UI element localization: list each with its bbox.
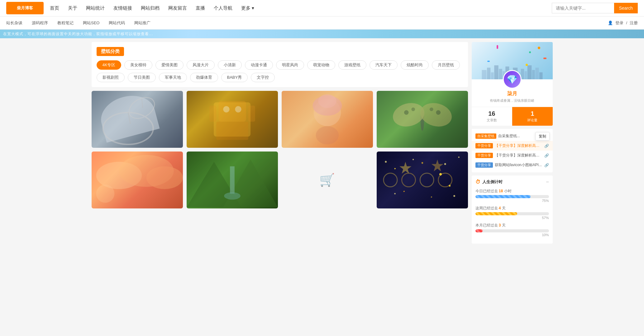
countdown-week-percent: 57% <box>475 216 549 220</box>
cat-tag-baby[interactable]: BABY秀 <box>221 73 248 82</box>
cat-tag-beauty[interactable]: 美女模特 <box>124 60 152 70</box>
link-icon-4: 🔗 <box>544 163 549 167</box>
robot-svg <box>187 91 278 148</box>
user-icon: 👤 <box>608 21 613 25</box>
countdown-header: ⏱ 人生倒计时 − <box>475 179 549 185</box>
article-title-2: 【干货分享】深度解析高防... <box>495 143 542 148</box>
nav-live[interactable]: 直播 <box>196 5 205 11</box>
article-item-1[interactable]: 自采集壁纸 自采集壁纸... 🔗 复制 <box>472 131 553 141</box>
cat-tag-text[interactable]: 文字控 <box>251 73 275 82</box>
confetti-5 <box>497 45 498 49</box>
grid-item-girl[interactable] <box>282 91 373 148</box>
cat-tag-fresh[interactable]: 小清新 <box>218 60 242 70</box>
countdown-week-label: 这周已经过去 4 天 <box>475 206 549 211</box>
cat-tag-game[interactable]: 游戏壁纸 <box>338 60 366 70</box>
login-register-area: 👤 登录 / 注册 <box>608 20 638 26</box>
grid-item-empty[interactable]: 🛒 <box>282 152 373 208</box>
countdown-month-label: 本月已经过去 3 天 <box>475 223 549 228</box>
article-item-2[interactable]: 干货分享 【干货分享】深度解析高防... 🔗 <box>472 141 553 151</box>
second-nav-webmaster[interactable]: 站长杂谈 <box>6 20 22 26</box>
nav-about[interactable]: 关于 <box>68 5 77 11</box>
article-item-4[interactable]: 干货分享 获取网站favicon小图标API... 🔗 <box>472 160 553 170</box>
category-tags: 4K专区 美女模特 爱情美图 风漫大片 小清新 动漫卡通 明星风尚 萌宠动物 游… <box>97 60 463 82</box>
grid-item-butterfly[interactable] <box>377 91 468 148</box>
countdown-month-bar-bg <box>475 229 549 232</box>
second-nav-source[interactable]: 源码程序 <box>32 20 48 26</box>
countdown-row-day: 今日已经过去 18 小时 75% <box>475 189 549 203</box>
site-logo[interactable]: 柴月博客 <box>6 2 44 14</box>
nav-stats[interactable]: 网站统计 <box>86 5 105 11</box>
countdown-icon: ⏱ <box>475 179 480 185</box>
cat-tag-pet[interactable]: 萌宠动物 <box>307 60 335 70</box>
countdown-minus-icon[interactable]: − <box>546 179 549 185</box>
cat-tag-sport[interactable]: 劲爆体育 <box>190 73 218 82</box>
satellite-svg <box>92 91 183 148</box>
countdown-widget: ⏱ 人生倒计时 − 今日已经过去 18 小时 75% 这周已经过去 4 天 <box>472 175 553 244</box>
cat-tag-military[interactable]: 军事天地 <box>159 73 187 82</box>
search-input[interactable] <box>552 3 614 13</box>
cat-tag-film[interactable]: 影视剧照 <box>97 73 125 82</box>
grid-item-robot[interactable] <box>187 91 278 148</box>
svg-rect-4 <box>218 101 246 122</box>
article-title-4: 获取网站favicon小图标API... <box>495 162 542 168</box>
nav-more[interactable]: 更多 ▾ <box>241 5 254 11</box>
svg-point-38 <box>453 195 455 197</box>
countdown-week-bar-bg <box>475 212 549 215</box>
cat-tag-love[interactable]: 爱情美图 <box>155 60 184 70</box>
cat-tag-star[interactable]: 明星风尚 <box>276 60 304 70</box>
cat-tag-fashion[interactable]: 炫酷时尚 <box>401 60 429 70</box>
svg-point-32 <box>438 173 452 187</box>
cat-tag-4k[interactable]: 4K专区 <box>97 60 122 70</box>
svg-point-17 <box>404 110 408 115</box>
grid-item-satellite[interactable] <box>92 91 183 148</box>
grid-item-waterfall[interactable] <box>187 152 278 208</box>
copy-tooltip: 复制 <box>535 132 550 140</box>
article-item-3[interactable]: 干货分享 【干货分享】深度解析高防... 🔗 <box>472 151 553 160</box>
cat-tag-calendar[interactable]: 月历壁纸 <box>432 60 460 70</box>
waterfall-svg <box>187 152 278 208</box>
countdown-week-bar-fill <box>475 212 518 215</box>
register-link[interactable]: 注册 <box>630 20 638 26</box>
link-icon-2: 🔗 <box>544 144 549 148</box>
search-button[interactable]: Search <box>614 3 638 13</box>
cat-tag-car[interactable]: 汽车天下 <box>370 60 398 70</box>
cat-tag-anime[interactable]: 风漫大片 <box>187 60 215 70</box>
svg-marker-39 <box>399 162 411 174</box>
svg-point-33 <box>385 161 387 163</box>
cat-tag-holiday[interactable]: 节日美图 <box>128 73 156 82</box>
comments-count: 1 <box>514 110 551 117</box>
grid-item-stars[interactable] <box>377 152 468 208</box>
svg-rect-5 <box>216 122 248 140</box>
nav-links: 首页 关于 网站统计 友情链接 网站归档 网友留言 直播 个人导航 更多 ▾ <box>50 5 552 11</box>
countdown-row-week: 这周已经过去 4 天 57% <box>475 206 549 220</box>
profile-stats: 16 文章数 1 评论量 <box>472 107 553 126</box>
svg-point-29 <box>383 173 397 187</box>
nav-home[interactable]: 首页 <box>50 5 59 11</box>
nav-archive[interactable]: 网站归档 <box>141 5 160 11</box>
sunset-svg <box>92 152 183 208</box>
article-title-3: 【干货分享】深度解析高防... <box>495 153 542 158</box>
login-link[interactable]: 登录 <box>615 20 623 26</box>
marquee-text: 在宽大模式，可在浮球的画面设置中关闭放大功能，双指缩放或平移可以缩放查看... <box>3 31 153 37</box>
second-nav-promotion[interactable]: 网站推广 <box>134 20 150 26</box>
second-nav-seo[interactable]: 网站SEO <box>83 20 99 26</box>
svg-point-30 <box>402 173 415 187</box>
grid-item-sunset[interactable] <box>92 152 183 208</box>
svg-point-31 <box>420 173 434 187</box>
confetti-3 <box>543 58 546 59</box>
second-nav-tutorial[interactable]: 教程笔记 <box>57 20 74 26</box>
nav-personal[interactable]: 个人导航 <box>214 5 232 11</box>
countdown-day-bar-fill <box>475 195 531 198</box>
main-wrapper: 壁纸分类 4K专区 美女模特 爱情美图 风漫大片 小清新 动漫卡通 明星风尚 萌… <box>88 38 556 247</box>
cat-tag-cartoon[interactable]: 动漫卡通 <box>245 60 273 70</box>
butterfly-svg <box>377 91 468 148</box>
svg-point-13 <box>318 94 336 108</box>
nav-guestbook[interactable]: 网友留言 <box>168 5 187 11</box>
image-grid: 🛒 <box>92 91 468 208</box>
svg-point-0 <box>103 113 153 145</box>
svg-marker-40 <box>431 160 443 171</box>
avatar[interactable]: 💎 <box>503 70 522 89</box>
nav-friends[interactable]: 友情链接 <box>113 5 132 11</box>
avatar-emoji: 💎 <box>507 74 518 85</box>
second-nav-code[interactable]: 网站代码 <box>109 20 125 26</box>
